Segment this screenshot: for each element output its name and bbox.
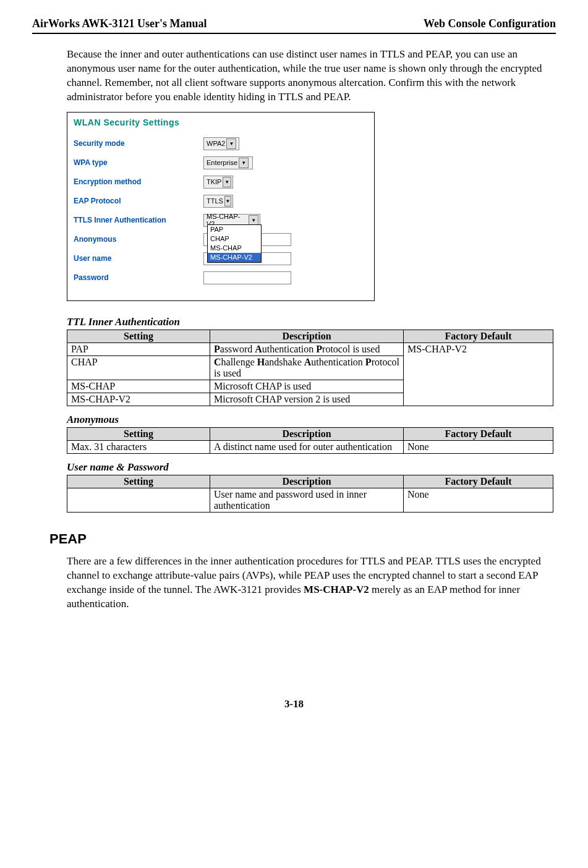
column-header: Description (210, 475, 404, 488)
screenshot-title: WLAN Security Settings (74, 117, 368, 127)
page-number: 3-18 (32, 698, 556, 710)
form-row: EAP ProtocolTTLS▼ (74, 195, 368, 208)
cell-description: Password Authentication Protocol is used (210, 343, 404, 355)
cell-description: A distinct name used for outer authentic… (210, 440, 404, 453)
select-field[interactable]: WPA2▼ (203, 137, 239, 150)
table3-title: User name & Password (67, 461, 556, 474)
select-field[interactable]: Enterprise▼ (203, 156, 253, 169)
cell-setting: MS-CHAP (67, 380, 210, 393)
text-input[interactable] (203, 271, 291, 284)
form-row: WPA typeEnterprise▼ (74, 156, 368, 169)
select-value: TKIP (207, 178, 221, 185)
table1-title: TTL Inner Authentication (67, 316, 556, 328)
column-header: Factory Default (404, 475, 553, 488)
ttls-inner-auth-dropdown-list[interactable]: PAPCHAPMS-CHAPMS-CHAP-V2 (207, 224, 262, 263)
field-label: User name (74, 254, 203, 263)
cell-description: User name and password used in inner aut… (210, 488, 404, 512)
intro-paragraph: Because the inner and outer authenticati… (67, 48, 556, 104)
cell-factory-default: None (404, 440, 553, 453)
select-field[interactable]: TKIP▼ (203, 176, 233, 189)
cell-description: Microsoft CHAP version 2 is used (210, 393, 404, 406)
form-row: Security modeWPA2▼ (74, 137, 368, 150)
cell-setting: CHAP (67, 355, 210, 380)
column-header: Setting (67, 427, 210, 440)
column-header: Description (210, 330, 404, 343)
dropdown-option[interactable]: MS-CHAP (208, 244, 261, 253)
cell-setting: PAP (67, 343, 210, 355)
field-label: Encryption method (74, 177, 203, 186)
anonymous-table: SettingDescriptionFactory DefaultMax. 31… (67, 427, 553, 454)
column-header: Setting (67, 330, 210, 343)
wlan-security-screenshot: WLAN Security Settings Security modeWPA2… (67, 112, 375, 301)
column-header: Factory Default (404, 427, 553, 440)
select-value: Enterprise (207, 159, 237, 166)
chevron-down-icon[interactable]: ▼ (226, 138, 236, 149)
cell-description: Challenge Handshake Authentication Proto… (210, 355, 404, 380)
field-label: WPA type (74, 158, 203, 167)
column-header: Setting (67, 475, 210, 488)
cell-factory-default: MS-CHAP-V2 (404, 343, 553, 406)
cell-setting: Max. 31 characters (67, 440, 210, 453)
header-right: Web Console Configuration (424, 17, 556, 30)
cell-factory-default: None (404, 488, 553, 512)
form-row: Encryption methodTKIP▼ (74, 176, 368, 189)
column-header: Description (210, 427, 404, 440)
chevron-down-icon[interactable]: ▼ (224, 196, 231, 206)
dropdown-option[interactable]: PAP (208, 225, 261, 234)
ttl-inner-auth-table: SettingDescriptionFactory DefaultPAPPass… (67, 330, 553, 406)
peap-paragraph: There are a few differences in the inner… (67, 555, 556, 611)
peap-heading: PEAP (49, 531, 556, 547)
page-header: AirWorks AWK-3121 User's Manual Web Cons… (32, 17, 556, 34)
field-label: EAP Protocol (74, 197, 203, 205)
select-value: WPA2 (207, 140, 225, 147)
select-value: TTLS (207, 197, 223, 205)
dropdown-option[interactable]: MS-CHAP-V2 (208, 253, 261, 262)
field-label: Password (74, 273, 203, 282)
field-label: Security mode (74, 139, 203, 148)
cell-setting (67, 488, 210, 512)
field-label: Anonymous (74, 235, 203, 244)
chevron-down-icon[interactable]: ▼ (223, 177, 231, 187)
select-field[interactable]: TTLS▼ (203, 195, 233, 208)
chevron-down-icon[interactable]: ▼ (239, 158, 249, 168)
header-left: AirWorks AWK-3121 User's Manual (32, 17, 207, 30)
cell-description: Microsoft CHAP is used (210, 380, 404, 393)
cell-setting: MS-CHAP-V2 (67, 393, 210, 406)
table2-title: Anonymous (67, 414, 556, 426)
field-label: TTLS Inner Authentication (74, 216, 203, 224)
username-password-table: SettingDescriptionFactory DefaultUser na… (67, 475, 553, 513)
column-header: Factory Default (404, 330, 553, 343)
dropdown-option[interactable]: CHAP (208, 234, 261, 244)
form-row: Password (74, 271, 368, 284)
